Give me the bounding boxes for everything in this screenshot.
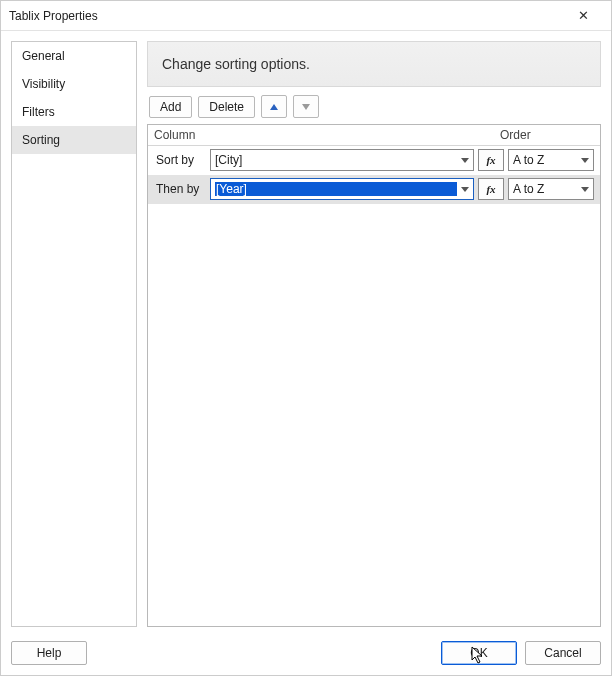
dialog-window: Tablix Properties ✕ General Visibility F… — [0, 0, 612, 676]
move-down-button[interactable] — [293, 95, 319, 118]
move-up-button[interactable] — [261, 95, 287, 118]
sidebar-item-general[interactable]: General — [12, 42, 136, 70]
row-label: Then by — [154, 182, 206, 196]
dialog-footer: Help OK Cancel — [1, 633, 611, 675]
sort-grid: Column Order Sort by [City] fx — [147, 124, 601, 627]
ok-button[interactable]: OK — [441, 641, 517, 665]
window-title: Tablix Properties — [9, 9, 563, 23]
arrow-down-icon — [302, 104, 310, 110]
sidebar-item-filters[interactable]: Filters — [12, 98, 136, 126]
sidebar-item-label: General — [22, 49, 65, 63]
main-panel: Change sorting options. Add Delete Colum… — [147, 41, 601, 627]
combo-value: [Year] — [215, 182, 457, 196]
sidebar-item-label: Visibility — [22, 77, 65, 91]
combo-value: [City] — [215, 153, 457, 167]
sidebar-item-sorting[interactable]: Sorting — [12, 126, 136, 154]
order-combo[interactable]: A to Z — [508, 178, 594, 200]
cancel-button[interactable]: Cancel — [525, 641, 601, 665]
order-header: Order — [500, 128, 594, 142]
chevron-down-icon — [581, 158, 589, 163]
chevron-down-icon — [461, 187, 469, 192]
delete-button[interactable]: Delete — [198, 96, 255, 118]
dialog-body: General Visibility Filters Sorting Chang… — [1, 31, 611, 633]
chevron-down-icon — [581, 187, 589, 192]
order-combo[interactable]: A to Z — [508, 149, 594, 171]
sort-column-combo[interactable]: [Year] — [210, 178, 474, 200]
sidebar-item-label: Sorting — [22, 133, 60, 147]
grid-body: Sort by [City] fx A to Z — [148, 146, 600, 626]
chevron-down-icon — [461, 158, 469, 163]
sidebar: General Visibility Filters Sorting — [11, 41, 137, 627]
panel-title: Change sorting options. — [162, 56, 310, 72]
column-header: Column — [154, 128, 500, 142]
grid-header: Column Order — [148, 125, 600, 146]
expression-button[interactable]: fx — [478, 178, 504, 200]
fx-icon: fx — [486, 154, 495, 166]
order-value: A to Z — [513, 182, 581, 196]
arrow-up-icon — [270, 104, 278, 110]
fx-icon: fx — [486, 183, 495, 195]
expression-button[interactable]: fx — [478, 149, 504, 171]
row-label: Sort by — [154, 153, 206, 167]
titlebar: Tablix Properties ✕ — [1, 1, 611, 31]
add-button[interactable]: Add — [149, 96, 192, 118]
close-button[interactable]: ✕ — [563, 8, 603, 23]
sidebar-item-visibility[interactable]: Visibility — [12, 70, 136, 98]
toolbar: Add Delete — [147, 87, 601, 124]
order-value: A to Z — [513, 153, 581, 167]
panel-header: Change sorting options. — [147, 41, 601, 87]
sort-row[interactable]: Then by [Year] fx A to Z — [148, 175, 600, 204]
sort-row[interactable]: Sort by [City] fx A to Z — [148, 146, 600, 175]
close-icon: ✕ — [578, 8, 589, 23]
sort-column-combo[interactable]: [City] — [210, 149, 474, 171]
help-button[interactable]: Help — [11, 641, 87, 665]
sidebar-item-label: Filters — [22, 105, 55, 119]
